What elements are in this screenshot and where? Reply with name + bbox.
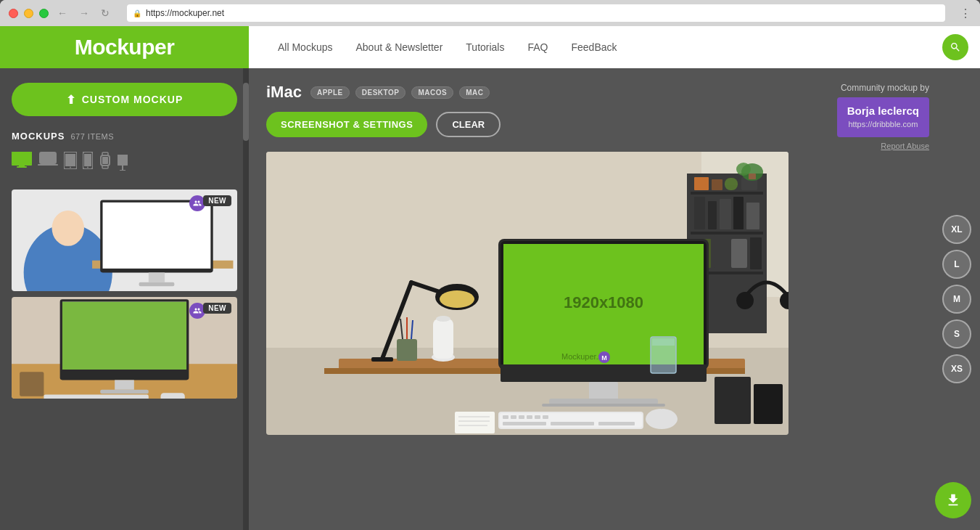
- nav-feedback[interactable]: FeedBack: [572, 41, 617, 53]
- svg-rect-5: [41, 153, 55, 163]
- svg-text:1920x1080: 1920x1080: [564, 293, 643, 311]
- community-url: https://dribbble.com: [848, 120, 918, 129]
- tag-apple[interactable]: APPLE: [310, 86, 350, 99]
- nav-tutorials[interactable]: Tutorials: [466, 41, 504, 53]
- lock-icon: 🔒: [133, 9, 141, 17]
- community-name: Borja leclercq: [847, 105, 919, 117]
- mockup-scene-svg: 1920x1080 Mockuper.net M: [266, 152, 788, 435]
- svg-rect-48: [725, 178, 738, 190]
- svg-rect-11: [84, 154, 91, 166]
- svg-rect-2: [19, 165, 25, 166]
- device-icons: [12, 152, 237, 175]
- nav-about-newsletter[interactable]: About & Newsletter: [355, 41, 442, 53]
- sidebar: ⬆ CUSTOM MOCKUP MOCKUPS 677 ITEMS: [0, 68, 249, 530]
- nav-faq[interactable]: FAQ: [527, 41, 548, 53]
- report-abuse-link[interactable]: Report Abuse: [837, 142, 929, 150]
- svg-rect-77: [503, 415, 508, 419]
- svg-point-9: [70, 167, 71, 168]
- browser-menu-icon[interactable]: ⋮: [960, 7, 971, 20]
- new-badge: NEW: [203, 303, 231, 314]
- svg-rect-28: [139, 282, 174, 287]
- tablet-icon[interactable]: [64, 152, 77, 175]
- size-l-button[interactable]: L: [942, 250, 971, 279]
- svg-rect-50: [694, 197, 705, 229]
- svg-rect-85: [598, 422, 635, 425]
- size-m-button[interactable]: M: [942, 285, 971, 314]
- forward-button[interactable]: →: [76, 7, 92, 19]
- url-text: https://mockuper.net: [146, 8, 224, 18]
- svg-rect-16: [102, 166, 108, 168]
- scrollbar-thumb[interactable]: [243, 83, 249, 141]
- screenshot-settings-button[interactable]: SCREENSHOT & SETTINGS: [266, 112, 427, 137]
- custom-mockup-button[interactable]: ⬆ CUSTOM MOCKUP: [12, 83, 237, 116]
- list-item[interactable]: NEW: [12, 297, 237, 399]
- svg-point-91: [440, 290, 474, 308]
- size-xl-button[interactable]: XL: [942, 215, 971, 244]
- mockups-header: MOCKUPS 677 ITEMS: [12, 131, 237, 142]
- address-bar[interactable]: 🔒 https://mockuper.net: [127, 4, 945, 22]
- upload-icon: ⬆: [66, 93, 76, 107]
- logo[interactable]: Mockuper: [75, 35, 175, 60]
- minimize-button[interactable]: [24, 9, 33, 18]
- product-title: iMac: [266, 83, 302, 102]
- search-button[interactable]: [942, 34, 968, 60]
- items-count: 677 ITEMS: [70, 132, 114, 141]
- phone-icon[interactable]: [83, 152, 93, 175]
- svg-point-106: [736, 292, 754, 309]
- download-icon: [945, 492, 961, 508]
- svg-rect-3: [17, 166, 27, 168]
- community-card[interactable]: Borja leclercq https://dribbble.com: [837, 97, 929, 137]
- mockup-preview: 1920x1080 Mockuper.net M: [266, 152, 788, 435]
- clear-button[interactable]: CLEAR: [436, 112, 501, 137]
- svg-rect-84: [551, 422, 594, 425]
- browser-titlebar: ← → ↻ 🔒 https://mockuper.net ⋮: [0, 0, 980, 26]
- list-item[interactable]: NEW: [12, 189, 237, 291]
- custom-mockup-label: CUSTOM MOCKUP: [82, 94, 184, 105]
- tag-macos[interactable]: MACOS: [411, 86, 453, 99]
- billboard-icon[interactable]: [118, 155, 128, 175]
- svg-rect-46: [694, 177, 709, 190]
- close-button[interactable]: [9, 9, 18, 18]
- main-layout: ⬆ CUSTOM MOCKUP MOCKUPS 677 ITEMS: [0, 68, 980, 530]
- community-label: Community mockup by: [837, 83, 929, 93]
- svg-rect-73: [549, 399, 658, 404]
- svg-rect-15: [102, 152, 108, 155]
- svg-rect-92: [371, 357, 393, 362]
- svg-rect-53: [733, 197, 744, 229]
- laptop-icon[interactable]: [38, 152, 58, 175]
- svg-rect-82: [543, 415, 548, 419]
- tag-desktop[interactable]: DESKTOP: [355, 86, 406, 99]
- svg-point-12: [87, 167, 88, 168]
- svg-rect-34: [115, 380, 134, 389]
- download-button[interactable]: [935, 482, 971, 518]
- svg-rect-94: [652, 338, 675, 346]
- svg-rect-27: [149, 272, 165, 282]
- size-xs-button[interactable]: XS: [942, 354, 971, 383]
- svg-rect-108: [715, 377, 751, 424]
- size-s-button[interactable]: S: [942, 319, 971, 348]
- mockup-thumbnails: NEW: [12, 189, 237, 399]
- svg-rect-52: [720, 199, 731, 229]
- svg-rect-18: [118, 155, 127, 164]
- logo-area: Mockuper: [0, 26, 249, 68]
- svg-rect-54: [746, 203, 759, 229]
- svg-rect-83: [503, 422, 546, 425]
- svg-rect-6: [38, 164, 58, 166]
- svg-rect-95: [455, 412, 495, 433]
- svg-rect-99: [397, 339, 417, 361]
- svg-rect-80: [527, 415, 532, 419]
- svg-point-23: [52, 211, 84, 246]
- nav-all-mockups[interactable]: All Mockups: [278, 41, 332, 53]
- top-nav: Mockuper All Mockups About & Newsletter …: [0, 26, 980, 68]
- watch-icon[interactable]: [99, 152, 112, 175]
- desktop-icon[interactable]: [12, 152, 32, 175]
- svg-rect-109: [754, 384, 783, 424]
- back-button[interactable]: ←: [54, 7, 70, 19]
- refresh-button[interactable]: ↻: [98, 7, 112, 19]
- sidebar-scrollbar[interactable]: [243, 68, 249, 530]
- svg-rect-26: [103, 203, 211, 269]
- maximize-button[interactable]: [39, 9, 49, 18]
- svg-rect-79: [519, 415, 524, 419]
- tag-mac[interactable]: MAC: [459, 86, 490, 99]
- svg-point-105: [436, 316, 450, 322]
